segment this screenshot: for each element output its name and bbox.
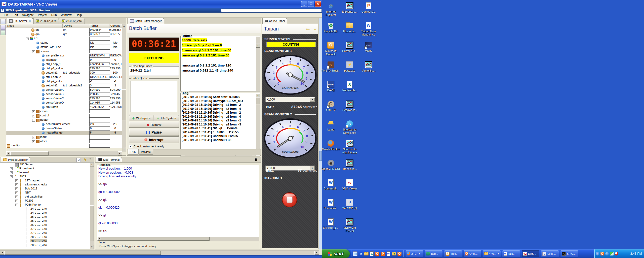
tab-28-9-12-3-tcl[interactable]: 28-9-12_3.tcl [33, 18, 59, 24]
desktop-icon-dave[interactable]: DAVE↗DAVE [321, 81, 341, 92]
expand-icon[interactable]: + [32, 110, 35, 113]
expand-icon[interactable]: + [15, 183, 18, 186]
scroll-left-icon[interactable]: ◄ [97, 237, 101, 241]
desktop-icon-mviewmfit-rescal[interactable]: MviewMfit Rescal [340, 218, 359, 233]
tree-horizontal-scrollbar[interactable]: ◄ ► [6, 151, 122, 155]
tree-row-sensorValueA[interactable]: sensorValueA504.999504.999 [6, 88, 122, 92]
node-target-field[interactable]: 402118582 [89, 105, 110, 109]
node-target-field[interactable] [89, 49, 110, 53]
scroll-up-icon[interactable]: ▲ [122, 24, 126, 28]
buffer-queue-list[interactable] [131, 81, 177, 112]
explorer-item-27-9-12-2-tcl[interactable]: 27-9-12_2.tcl [0, 231, 89, 235]
explorer-item-26-9-12-1-tcl[interactable]: 26-9-12_1.tcl [0, 223, 89, 227]
expand-icon[interactable]: + [10, 171, 13, 174]
collapse-icon[interactable]: − [32, 50, 35, 53]
tree-row-tc1[interactable]: −tc1 [6, 37, 122, 41]
perspective-batch-icon[interactable] [1, 30, 6, 35]
scroll-thumb[interactable] [122, 89, 126, 120]
tab-project-explorer[interactable]: Project Explorer [1, 157, 30, 162]
log-vertical-scrollbar[interactable]: ▲ ▼ [256, 93, 260, 152]
tree-row-sampleSensor[interactable]: sampleSensorUNKNOWNUNKNOWN [6, 54, 122, 58]
tree-row-emon[interactable]: +emon [6, 109, 122, 114]
desktop-icon-gimp-2[interactable]: G↗GIMP 2 [321, 100, 341, 112]
explorer-item-nbt[interactable]: +NBT [0, 191, 89, 195]
menu-navigate[interactable]: Navigate [20, 13, 35, 17]
tree-row-en[interactable]: enen0.0058540.005854 [6, 28, 122, 32]
explorer-item-28-9-12-2-tcl[interactable]: 28-9-12_2.tcl [0, 239, 89, 243]
tree-row-ctrl_Loop_1[interactable]: ctrl_Loop_1enabled, In...enabled, In. [6, 62, 122, 67]
vnc-title-bar[interactable]: V2 DAS1-TAIPAN - VNC Viewer _ ❐ ✕ [0, 0, 322, 8]
explorer-item-old-batch-files[interactable]: +old batch files [0, 195, 89, 199]
node-target-field[interactable]: idle [89, 45, 110, 49]
tree-row-status_Ctrl_Lp2[interactable]: status_Ctrl_Lp2idleidle [6, 45, 122, 49]
scroll-up-icon[interactable]: ▲ [256, 44, 260, 48]
minimize-button[interactable]: _ [301, 1, 307, 7]
tree-row-heater[interactable]: −heater [6, 118, 122, 122]
menu-edit[interactable]: Edit [11, 13, 20, 17]
expand-icon[interactable]: + [15, 191, 18, 194]
tray-origin[interactable]: O [600, 252, 604, 256]
tree-row-sensor[interactable]: −sensor [6, 49, 122, 54]
scroll-down-icon[interactable]: ▼ [90, 245, 94, 249]
link-editor-icon[interactable]: ⇆ [84, 158, 86, 161]
tree-row-status[interactable]: statusidleidle [6, 41, 122, 45]
explorer-item-24-9-12-2-tcl[interactable]: 24-9-12_2.tcl [0, 211, 89, 215]
desktop-icon-shortcut-to-skype-exe[interactable]: S↗Shortcut to Skype.exe [340, 120, 359, 134]
tree-row-input[interactable]: +input [6, 135, 122, 139]
forward-arrow-icon[interactable]: ⇨ [314, 26, 318, 32]
node-target-field[interactable]: 5 [89, 131, 110, 135]
collapse-icon[interactable]: − [32, 119, 35, 122]
desktop-icon-shortcut-to-winplotr-exe[interactable]: ↗Shortcut to winplotr.exe [340, 140, 359, 154]
column-header-device[interactable]: Device [63, 24, 89, 28]
desktop-icon-commissi-[interactable]: WCommissi... [321, 179, 341, 190]
desktop-icon-vnc-viewer[interactable]: V2VNC Viewer [340, 179, 359, 190]
explorer-item-28-9-12-1-tcl[interactable]: 28-9-12_1.tcl [0, 235, 89, 239]
desktop-icon-mozilla-firefox[interactable]: Mozilla Firefox [321, 140, 341, 151]
node-target-field[interactable]: 3 [89, 84, 110, 88]
buffer-text-area[interactable]: #300K data sets#drive qh 0 qk 0 ql 1 en … [182, 38, 255, 90]
desktop-icon-microsoft-outlook[interactable]: OMicrosoft Outlook [321, 41, 341, 56]
remove-button[interactable]: ✖Remove [129, 122, 179, 128]
quick-launch-show-desktop[interactable]: ◫ [353, 251, 358, 256]
node-target-field[interactable] [89, 109, 110, 113]
interrupt-stop-button[interactable] [282, 192, 297, 207]
expand-icon[interactable]: + [15, 179, 18, 182]
desktop-icon-commissi-[interactable]: WCommissi... [321, 199, 341, 210]
tree-row-ctrl_Loop_2[interactable]: ctrl_Loop_2DISABLED, I...DISABLED, I. [6, 75, 122, 79]
tree-row-monitor[interactable]: monitor [6, 144, 122, 148]
node-target-field[interactable]: 0 [89, 126, 110, 131]
scroll-thumb[interactable] [256, 97, 260, 104]
tab-sics-terminal[interactable]: Sics Terminal [96, 157, 122, 162]
explorer-item-alignment-checks[interactable]: +alignment checks [0, 183, 89, 187]
tree-row-heaterRange[interactable]: heaterRange55 [6, 131, 122, 135]
desktop-icon-eiscans-1-[interactable]: WEiScans_1... [321, 218, 341, 230]
desktop-icon-winscp-2-[interactable]: ⇄WinSCP (2) [340, 199, 359, 210]
file-system-button[interactable]: ✛File System [154, 115, 179, 121]
tray-green-chart[interactable] [610, 252, 614, 256]
tab-cruise-panel[interactable]: Cruise Panel [262, 18, 287, 24]
desktop-icon-recycle-bin[interactable]: ♻Recycle Bin [321, 22, 341, 33]
view-menu-icon[interactable]: ▽ [90, 158, 91, 160]
node-target-field[interactable] [89, 118, 110, 122]
menu-project[interactable]: Project [36, 13, 49, 17]
collapse-all-icon[interactable]: ⊟ [76, 158, 81, 162]
maximize-button[interactable]: ❐ [308, 1, 314, 7]
scroll-left-icon[interactable]: ◄ [0, 251, 5, 255]
desktop-icon-eiscansju-[interactable]: EiScansJu... [340, 2, 359, 13]
tree-row-setpoint1[interactable]: setpoint1tc1_driveable300300 [6, 71, 122, 75]
node-target-field[interactable]: 299.996 [89, 67, 110, 71]
node-target-field[interactable] [89, 135, 110, 139]
perspective-sics-icon[interactable] [1, 25, 6, 30]
explorer-item-25-9-12-2-tcl[interactable]: 25-9-12_2.tcl [0, 219, 89, 223]
back-arrow-icon[interactable]: ⇦ [306, 26, 310, 32]
explorer-item-25-9-12-1-tcl[interactable]: 25-9-12_1.tcl [0, 215, 89, 219]
bm1-scale-select[interactable]: x1000▼ [265, 97, 315, 102]
start-button[interactable]: start [322, 249, 350, 258]
quick-launch-powerpoint[interactable]: P [380, 251, 385, 256]
tree-row-sensorValueC[interactable]: sensorValueC299.996299.996 [6, 96, 122, 101]
tray-red-vnc[interactable] [615, 252, 619, 256]
taskbar-window-4-w-[interactable]: 4 W...▼ [483, 250, 501, 257]
taskbar-window-spic-[interactable]: >_SPIC... [560, 250, 578, 257]
desktop-icon-ansto-trust-[interactable]: K↗ANSTO Trust... [321, 61, 341, 72]
node-target-field[interactable]: 0.005854 [89, 28, 110, 32]
